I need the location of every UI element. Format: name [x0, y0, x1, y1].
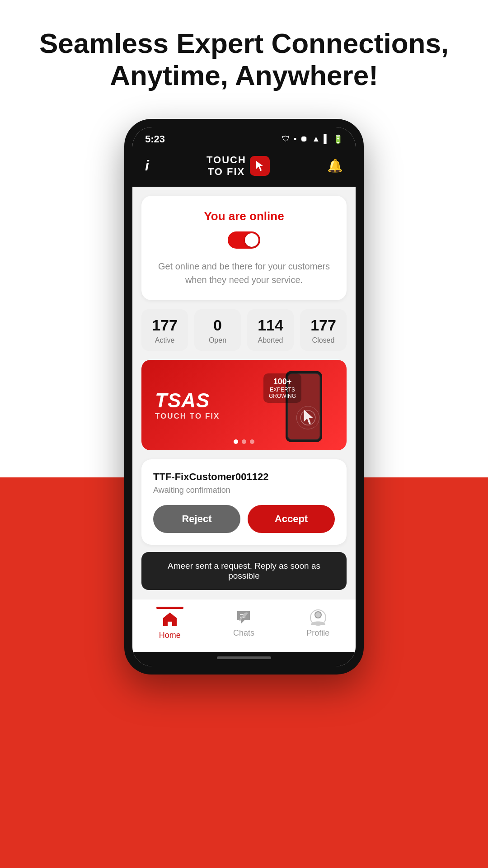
toast-bar: Ameer sent a request. Reply as soon as p… — [141, 552, 347, 590]
reject-button[interactable]: Reject — [153, 505, 240, 533]
stat-aborted-label: Aborted — [252, 336, 289, 344]
accept-button[interactable]: Accept — [248, 505, 335, 533]
bottom-nav: Home Chats Profile — [132, 599, 356, 652]
svg-marker-0 — [256, 161, 263, 171]
phone-frame: 5:23 🛡 ▪ ⏺ ▲ ▌ 🔋 i TOUCH TO FIX — [124, 119, 364, 675]
svg-point-10 — [315, 612, 321, 618]
request-card: TTF-FixCustomer001122 Awaiting confirmat… — [141, 459, 347, 545]
chats-icon — [235, 609, 252, 626]
stat-aborted-number: 114 — [252, 317, 289, 333]
status-bar: 5:23 🛡 ▪ ⏺ ▲ ▌ 🔋 — [132, 127, 356, 150]
request-id: TTF-FixCustomer001122 — [153, 471, 335, 483]
home-indicator-bar — [132, 652, 356, 666]
stat-aborted: 114 Aborted — [247, 309, 294, 351]
stat-closed: 177 Closed — [300, 309, 347, 351]
logo-text-line1: TOUCH — [206, 154, 246, 166]
banner-text-block: TSAS TOUCH TO FIX — [155, 389, 220, 421]
banner-badge: 100+ EXPERTS GROWING — [263, 373, 301, 403]
top-nav: i TOUCH TO FIX 🔔 — [132, 150, 356, 187]
dot-3[interactable] — [250, 439, 254, 444]
nav-home-label: Home — [159, 631, 181, 640]
banner-dots — [234, 439, 254, 444]
profile-icon — [310, 609, 326, 626]
stat-open-number: 0 — [199, 317, 236, 333]
shield-icon: 🛡 — [282, 134, 290, 144]
online-status-text: You are online — [152, 209, 336, 223]
home-icon — [162, 612, 178, 628]
toggle-knob — [245, 233, 258, 247]
stat-active: 177 Active — [141, 309, 188, 351]
page-headline: Seamless Expert Connections, Anytime, An… — [21, 27, 467, 92]
info-icon[interactable]: i — [145, 157, 149, 174]
nav-item-home[interactable]: Home — [159, 607, 181, 640]
status-time: 5:23 — [145, 133, 165, 145]
signal-icon: ▌ — [324, 134, 329, 144]
banner-brand: TSAS — [155, 389, 220, 412]
dot-2[interactable] — [242, 439, 246, 444]
logo: TOUCH TO FIX — [206, 154, 270, 178]
home-bar — [217, 656, 271, 659]
wifi-icon: ▲ — [312, 134, 320, 144]
stat-active-number: 177 — [146, 317, 183, 333]
stat-active-label: Active — [146, 336, 183, 344]
logo-cursor-icon — [253, 160, 266, 172]
battery-icon: 🔋 — [333, 134, 343, 144]
online-card: You are online Get online and be there f… — [141, 196, 347, 300]
nav-item-chats[interactable]: Chats — [233, 609, 254, 638]
stat-closed-number: 177 — [305, 317, 342, 333]
request-status: Awaiting confirmation — [153, 486, 335, 495]
stats-grid: 177 Active 0 Open 114 Aborted 177 Closed — [141, 309, 347, 351]
banner-subtitle: TOUCH TO FIX — [155, 412, 220, 421]
stat-open: 0 Open — [194, 309, 241, 351]
dot-1[interactable] — [234, 439, 238, 444]
toggle-switch[interactable] — [228, 231, 260, 249]
nav-chats-label: Chats — [233, 628, 254, 638]
phone-screen: 5:23 🛡 ▪ ⏺ ▲ ▌ 🔋 i TOUCH TO FIX — [132, 127, 356, 667]
sim-icon: ▪ — [294, 134, 296, 144]
logo-text-line2: TO FIX — [206, 166, 246, 178]
bell-icon[interactable]: 🔔 — [327, 158, 343, 173]
record-icon: ⏺ — [300, 134, 308, 144]
home-active-bar — [156, 607, 183, 609]
online-description: Get online and be there for your custome… — [152, 259, 336, 287]
nav-item-profile[interactable]: Profile — [306, 609, 329, 638]
logo-icon-box — [250, 156, 270, 176]
promo-banner: TSAS TOUCH TO FIX — [141, 360, 347, 450]
stat-closed-label: Closed — [305, 336, 342, 344]
stat-open-label: Open — [199, 336, 236, 344]
nav-profile-label: Profile — [306, 628, 329, 638]
